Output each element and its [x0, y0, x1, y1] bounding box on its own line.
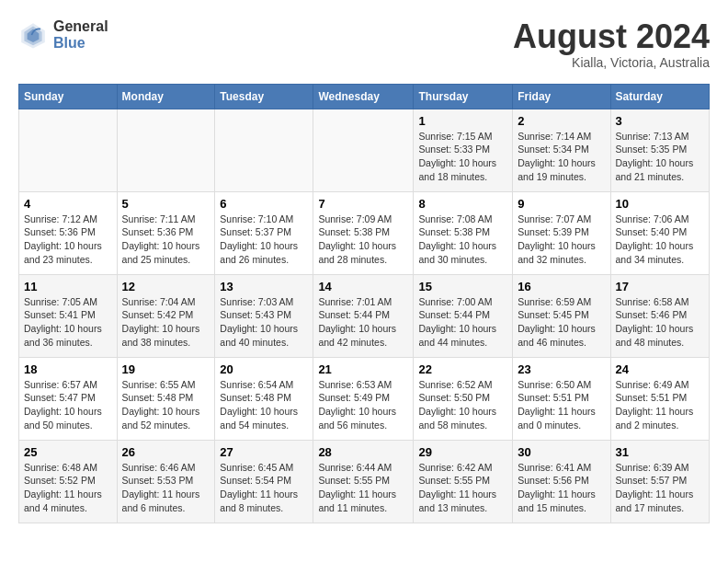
- day-info: Sunrise: 7:12 AMSunset: 5:36 PMDaylight:…: [24, 213, 112, 267]
- day-info: Sunrise: 7:13 AMSunset: 5:35 PMDaylight:…: [616, 130, 705, 184]
- calendar-week-row: 18Sunrise: 6:57 AMSunset: 5:47 PMDayligh…: [19, 357, 710, 440]
- calendar-week-row: 4Sunrise: 7:12 AMSunset: 5:36 PMDaylight…: [19, 191, 710, 274]
- day-info: Sunrise: 7:06 AMSunset: 5:40 PMDaylight:…: [616, 213, 705, 267]
- calendar-cell: 28Sunrise: 6:44 AMSunset: 5:55 PMDayligh…: [313, 440, 414, 523]
- day-number: 20: [220, 362, 308, 376]
- calendar-cell: 1Sunrise: 7:15 AMSunset: 5:33 PMDaylight…: [414, 109, 513, 191]
- calendar-cell: 9Sunrise: 7:07 AMSunset: 5:39 PMDaylight…: [513, 191, 610, 274]
- day-info: Sunrise: 6:58 AMSunset: 5:46 PMDaylight:…: [616, 295, 705, 350]
- day-info: Sunrise: 6:44 AMSunset: 5:55 PMDaylight:…: [318, 461, 408, 515]
- calendar-cell: 29Sunrise: 6:42 AMSunset: 5:55 PMDayligh…: [414, 440, 513, 523]
- col-sunday: Sunday: [19, 84, 118, 109]
- day-info: Sunrise: 6:59 AMSunset: 5:45 PMDaylight:…: [518, 295, 605, 350]
- day-info: Sunrise: 7:05 AMSunset: 5:41 PMDaylight:…: [24, 295, 112, 350]
- day-number: 15: [418, 280, 507, 293]
- day-number: 28: [318, 445, 408, 459]
- day-number: 9: [518, 197, 605, 211]
- logo-text: General Blue: [53, 18, 108, 51]
- calendar-week-row: 1Sunrise: 7:15 AMSunset: 5:33 PMDaylight…: [19, 109, 710, 191]
- day-info: Sunrise: 6:55 AMSunset: 5:48 PMDaylight:…: [122, 378, 210, 432]
- day-number: 3: [616, 114, 705, 128]
- day-number: 5: [122, 197, 210, 211]
- calendar-cell: [19, 109, 118, 191]
- day-number: 10: [616, 197, 705, 211]
- day-number: 24: [616, 362, 705, 376]
- day-number: 22: [418, 362, 507, 376]
- logo: General Blue: [18, 18, 108, 51]
- col-tuesday: Tuesday: [215, 84, 313, 109]
- calendar-cell: 12Sunrise: 7:04 AMSunset: 5:42 PMDayligh…: [117, 274, 215, 357]
- calendar-cell: [313, 109, 414, 191]
- day-info: Sunrise: 7:04 AMSunset: 5:42 PMDaylight:…: [122, 295, 210, 350]
- day-info: Sunrise: 6:42 AMSunset: 5:55 PMDaylight:…: [418, 461, 507, 515]
- logo-blue-text: Blue: [53, 35, 108, 52]
- day-number: 23: [518, 362, 605, 376]
- day-info: Sunrise: 7:01 AMSunset: 5:44 PMDaylight:…: [318, 295, 408, 350]
- logo-icon: [18, 20, 48, 50]
- day-info: Sunrise: 7:08 AMSunset: 5:38 PMDaylight:…: [418, 213, 507, 267]
- calendar-cell: 15Sunrise: 7:00 AMSunset: 5:44 PMDayligh…: [414, 274, 513, 357]
- day-number: 6: [220, 197, 308, 211]
- title-block: August 2024 Kialla, Victoria, Australia: [513, 18, 710, 70]
- day-number: 30: [518, 445, 605, 459]
- day-number: 13: [220, 280, 308, 293]
- calendar-cell: 4Sunrise: 7:12 AMSunset: 5:36 PMDaylight…: [19, 191, 118, 274]
- day-number: 17: [616, 280, 705, 293]
- day-info: Sunrise: 7:03 AMSunset: 5:43 PMDaylight:…: [220, 295, 308, 350]
- day-info: Sunrise: 7:09 AMSunset: 5:38 PMDaylight:…: [318, 213, 408, 267]
- calendar-cell: 25Sunrise: 6:48 AMSunset: 5:52 PMDayligh…: [19, 440, 118, 523]
- calendar-cell: 22Sunrise: 6:52 AMSunset: 5:50 PMDayligh…: [414, 357, 513, 440]
- calendar-cell: 24Sunrise: 6:49 AMSunset: 5:51 PMDayligh…: [610, 357, 710, 440]
- day-number: 14: [318, 280, 408, 293]
- calendar-cell: 27Sunrise: 6:45 AMSunset: 5:54 PMDayligh…: [215, 440, 313, 523]
- day-number: 31: [616, 445, 705, 459]
- calendar-cell: 31Sunrise: 6:39 AMSunset: 5:57 PMDayligh…: [610, 440, 710, 523]
- day-number: 8: [418, 197, 507, 211]
- day-info: Sunrise: 6:48 AMSunset: 5:52 PMDaylight:…: [24, 461, 112, 515]
- logo-general-text: General: [53, 18, 108, 35]
- day-info: Sunrise: 6:49 AMSunset: 5:51 PMDaylight:…: [616, 378, 705, 432]
- day-info: Sunrise: 6:41 AMSunset: 5:56 PMDaylight:…: [518, 461, 605, 515]
- day-number: 4: [24, 197, 112, 211]
- calendar-cell: 20Sunrise: 6:54 AMSunset: 5:48 PMDayligh…: [215, 357, 313, 440]
- day-number: 18: [24, 362, 112, 376]
- page-header: General Blue August 2024 Kialla, Victori…: [18, 18, 710, 70]
- day-number: 1: [418, 114, 507, 128]
- calendar-cell: 7Sunrise: 7:09 AMSunset: 5:38 PMDaylight…: [313, 191, 414, 274]
- calendar-cell: 13Sunrise: 7:03 AMSunset: 5:43 PMDayligh…: [215, 274, 313, 357]
- col-wednesday: Wednesday: [313, 84, 414, 109]
- calendar-cell: 19Sunrise: 6:55 AMSunset: 5:48 PMDayligh…: [117, 357, 215, 440]
- day-info: Sunrise: 6:54 AMSunset: 5:48 PMDaylight:…: [220, 378, 308, 432]
- day-number: 2: [518, 114, 605, 128]
- day-info: Sunrise: 6:57 AMSunset: 5:47 PMDaylight:…: [24, 378, 112, 432]
- col-saturday: Saturday: [610, 84, 710, 109]
- day-number: 27: [220, 445, 308, 459]
- calendar-week-row: 11Sunrise: 7:05 AMSunset: 5:41 PMDayligh…: [19, 274, 710, 357]
- day-info: Sunrise: 7:15 AMSunset: 5:33 PMDaylight:…: [418, 130, 507, 184]
- calendar-cell: 18Sunrise: 6:57 AMSunset: 5:47 PMDayligh…: [19, 357, 118, 440]
- calendar-cell: 21Sunrise: 6:53 AMSunset: 5:49 PMDayligh…: [313, 357, 414, 440]
- calendar-cell: 6Sunrise: 7:10 AMSunset: 5:37 PMDaylight…: [215, 191, 313, 274]
- col-monday: Monday: [117, 84, 215, 109]
- calendar-cell: 3Sunrise: 7:13 AMSunset: 5:35 PMDaylight…: [610, 109, 710, 191]
- day-number: 7: [318, 197, 408, 211]
- day-info: Sunrise: 6:52 AMSunset: 5:50 PMDaylight:…: [418, 378, 507, 432]
- day-number: 25: [24, 445, 112, 459]
- calendar-cell: 8Sunrise: 7:08 AMSunset: 5:38 PMDaylight…: [414, 191, 513, 274]
- calendar-cell: 2Sunrise: 7:14 AMSunset: 5:34 PMDaylight…: [513, 109, 610, 191]
- day-info: Sunrise: 6:45 AMSunset: 5:54 PMDaylight:…: [220, 461, 308, 515]
- col-friday: Friday: [513, 84, 610, 109]
- day-number: 29: [418, 445, 507, 459]
- day-info: Sunrise: 6:53 AMSunset: 5:49 PMDaylight:…: [318, 378, 408, 432]
- day-info: Sunrise: 7:10 AMSunset: 5:37 PMDaylight:…: [220, 213, 308, 267]
- calendar-header-row: Sunday Monday Tuesday Wednesday Thursday…: [19, 84, 710, 109]
- calendar-cell: 23Sunrise: 6:50 AMSunset: 5:51 PMDayligh…: [513, 357, 610, 440]
- day-number: 12: [122, 280, 210, 293]
- day-info: Sunrise: 6:39 AMSunset: 5:57 PMDaylight:…: [616, 461, 705, 515]
- day-info: Sunrise: 6:50 AMSunset: 5:51 PMDaylight:…: [518, 378, 605, 432]
- month-year-title: August 2024: [513, 18, 710, 55]
- day-info: Sunrise: 7:11 AMSunset: 5:36 PMDaylight:…: [122, 213, 210, 267]
- day-number: 26: [122, 445, 210, 459]
- calendar-table: Sunday Monday Tuesday Wednesday Thursday…: [18, 84, 710, 523]
- calendar-cell: 11Sunrise: 7:05 AMSunset: 5:41 PMDayligh…: [19, 274, 118, 357]
